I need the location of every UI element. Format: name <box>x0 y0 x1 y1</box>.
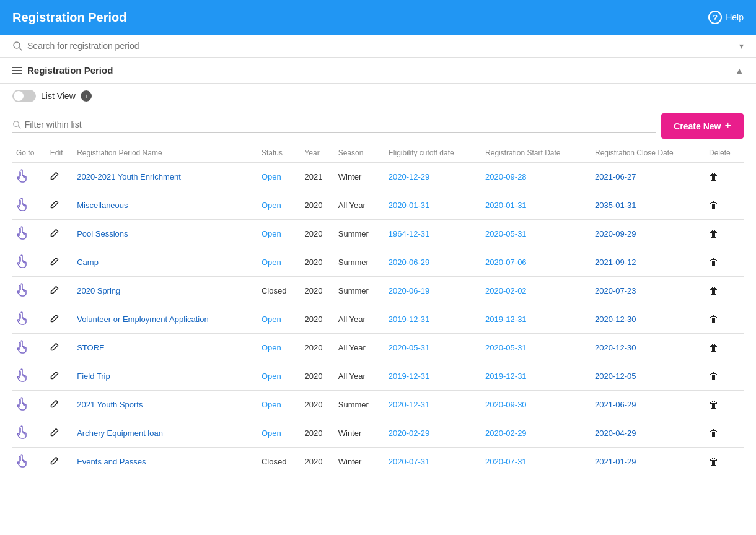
edit-icon[interactable] <box>50 401 59 410</box>
delete-icon[interactable]: 🗑 <box>709 285 719 296</box>
name-cell[interactable]: 2020 Spring <box>73 277 258 305</box>
name-cell[interactable]: Pool Sessions <box>73 220 258 248</box>
edit-cell[interactable] <box>46 448 73 476</box>
period-name-link[interactable]: 2020-2021 Youth Enrichment <box>77 172 181 181</box>
edit-cell[interactable] <box>46 305 73 334</box>
period-name-link[interactable]: 2020 Spring <box>77 286 120 295</box>
delete-cell[interactable]: 🗑 <box>705 277 744 305</box>
edit-cell[interactable] <box>46 391 73 419</box>
name-cell[interactable]: Miscellaneous <box>73 191 258 220</box>
name-cell[interactable]: Field Trip <box>73 362 258 391</box>
edit-icon[interactable] <box>50 429 59 438</box>
period-name-link[interactable]: Field Trip <box>77 372 110 381</box>
period-name-link[interactable]: Volunteer or Employment Application <box>77 315 208 324</box>
delete-cell[interactable]: 🗑 <box>705 191 744 220</box>
name-cell[interactable]: Events and Passes <box>73 448 258 476</box>
start-cell: 2020-09-28 <box>481 163 591 191</box>
delete-icon[interactable]: 🗑 <box>709 456 719 467</box>
period-name-link[interactable]: Miscellaneous <box>77 201 128 210</box>
delete-icon[interactable]: 🗑 <box>709 257 719 268</box>
delete-cell[interactable]: 🗑 <box>705 305 744 334</box>
edit-icon[interactable] <box>50 201 59 211</box>
info-icon[interactable]: i <box>81 90 92 102</box>
name-cell[interactable]: Archery Equipment loan <box>73 419 258 448</box>
goto-icon[interactable] <box>16 397 29 411</box>
delete-icon[interactable]: 🗑 <box>709 172 719 182</box>
edit-icon[interactable] <box>50 372 59 381</box>
delete-cell[interactable]: 🗑 <box>705 419 744 448</box>
list-view-area: List View i <box>0 84 756 108</box>
goto-icon[interactable] <box>16 226 29 240</box>
name-cell[interactable]: 2021 Youth Sports <box>73 391 258 419</box>
name-cell[interactable]: Volunteer or Employment Application <box>73 305 258 334</box>
goto-cell[interactable] <box>12 163 46 191</box>
delete-cell[interactable]: 🗑 <box>705 334 744 362</box>
edit-icon[interactable] <box>50 230 59 239</box>
goto-icon[interactable] <box>16 425 29 439</box>
edit-icon[interactable] <box>50 458 59 467</box>
create-new-button[interactable]: Create New + <box>661 113 744 139</box>
goto-icon[interactable] <box>16 254 29 268</box>
goto-icon[interactable] <box>16 368 29 382</box>
delete-icon[interactable]: 🗑 <box>709 428 719 438</box>
delete-cell[interactable]: 🗑 <box>705 163 744 191</box>
period-name-link[interactable]: Camp <box>77 258 99 267</box>
goto-cell[interactable] <box>12 334 46 362</box>
goto-cell[interactable] <box>12 248 46 277</box>
goto-cell[interactable] <box>12 362 46 391</box>
period-name-link[interactable]: Archery Equipment loan <box>77 428 163 438</box>
period-name-link[interactable]: STORE <box>77 343 105 352</box>
delete-icon[interactable]: 🗑 <box>709 314 719 324</box>
goto-cell[interactable] <box>12 448 46 476</box>
collapse-icon[interactable]: ▲ <box>735 66 744 76</box>
menu-icon[interactable] <box>12 67 22 74</box>
edit-cell[interactable] <box>46 362 73 391</box>
edit-icon[interactable] <box>50 344 59 353</box>
goto-icon[interactable] <box>16 198 29 211</box>
edit-icon[interactable] <box>50 258 59 268</box>
goto-cell[interactable] <box>12 391 46 419</box>
edit-icon[interactable] <box>50 287 59 296</box>
goto-cell[interactable] <box>12 419 46 448</box>
edit-cell[interactable] <box>46 163 73 191</box>
help-button[interactable]: ? Help <box>708 11 744 24</box>
list-view-toggle[interactable] <box>12 90 36 102</box>
delete-cell[interactable]: 🗑 <box>705 448 744 476</box>
period-name-link[interactable]: Pool Sessions <box>77 229 128 238</box>
delete-cell[interactable]: 🗑 <box>705 220 744 248</box>
edit-cell[interactable] <box>46 277 73 305</box>
delete-icon[interactable]: 🗑 <box>709 228 719 239</box>
status-value: Open <box>262 201 281 210</box>
search-input[interactable] <box>27 41 734 51</box>
delete-icon[interactable]: 🗑 <box>709 200 719 211</box>
edit-icon[interactable] <box>50 315 59 324</box>
delete-cell[interactable]: 🗑 <box>705 248 744 277</box>
period-name-link[interactable]: Events and Passes <box>77 457 146 466</box>
goto-icon[interactable] <box>16 311 29 325</box>
delete-icon[interactable]: 🗑 <box>709 342 719 353</box>
edit-icon[interactable] <box>50 173 59 182</box>
edit-cell[interactable] <box>46 220 73 248</box>
goto-cell[interactable] <box>12 305 46 334</box>
goto-icon[interactable] <box>16 340 29 354</box>
edit-cell[interactable] <box>46 334 73 362</box>
goto-icon[interactable] <box>16 169 29 183</box>
goto-icon[interactable] <box>16 454 29 468</box>
edit-cell[interactable] <box>46 191 73 220</box>
delete-icon[interactable]: 🗑 <box>709 399 719 410</box>
name-cell[interactable]: STORE <box>73 334 258 362</box>
delete-icon[interactable]: 🗑 <box>709 371 719 381</box>
edit-cell[interactable] <box>46 248 73 277</box>
name-cell[interactable]: 2020-2021 Youth Enrichment <box>73 163 258 191</box>
delete-cell[interactable]: 🗑 <box>705 391 744 419</box>
chevron-down-icon[interactable]: ▾ <box>739 41 744 51</box>
delete-cell[interactable]: 🗑 <box>705 362 744 391</box>
filter-input[interactable] <box>25 120 656 129</box>
period-name-link[interactable]: 2021 Youth Sports <box>77 400 143 409</box>
goto-cell[interactable] <box>12 191 46 220</box>
name-cell[interactable]: Camp <box>73 248 258 277</box>
goto-icon[interactable] <box>16 283 29 297</box>
edit-cell[interactable] <box>46 419 73 448</box>
goto-cell[interactable] <box>12 277 46 305</box>
goto-cell[interactable] <box>12 220 46 248</box>
